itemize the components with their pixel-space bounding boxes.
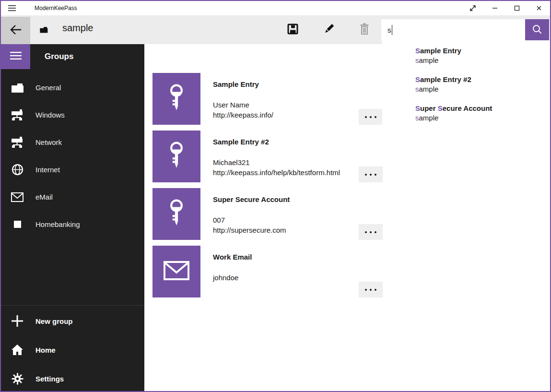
suggestion-group: sample: [415, 56, 550, 65]
sidebar-divider: [1, 305, 144, 306]
database-title: sample: [62, 23, 93, 34]
titlebar: ModernKeePass: [1, 1, 550, 15]
back-arrow-icon: [10, 24, 22, 38]
entry-title: Sample Entry #2: [213, 137, 340, 147]
entry-row-work-email[interactable]: Work Email johndoe: [152, 246, 421, 297]
database-folder-icon: [39, 26, 48, 36]
entry-more-button[interactable]: [359, 166, 383, 182]
entry-title: Sample Entry: [213, 80, 273, 89]
back-button[interactable]: [1, 17, 30, 44]
new-group-button[interactable]: New group: [1, 307, 144, 335]
nav-toggle-button[interactable]: [1, 44, 30, 69]
entry-row-super-secure-account[interactable]: Super Secure Account 007 http://supersec…: [152, 188, 421, 240]
square-icon: [11, 221, 24, 228]
close-button[interactable]: [528, 1, 550, 15]
search-input[interactable]: [381, 19, 525, 41]
sidebar-item-label: Network: [35, 138, 62, 146]
hamburger-icon[interactable]: [8, 5, 16, 12]
sidebar-item-label: Windows: [35, 111, 65, 119]
entry-title: Work Email: [213, 252, 252, 262]
minimize-button[interactable]: [484, 1, 506, 15]
pencil-icon: [323, 23, 335, 36]
maximize-button[interactable]: [506, 1, 528, 15]
entry-text: Work Email johndoe: [213, 246, 252, 283]
search-box: [381, 19, 525, 41]
suggestion-item[interactable]: Sample Entry #2 sample: [382, 75, 550, 104]
home-icon: [11, 344, 24, 356]
globe-icon: [11, 164, 24, 176]
entry-tile: [152, 246, 200, 297]
home-button[interactable]: Home: [1, 335, 144, 364]
footer-item-label: Home: [35, 346, 56, 354]
delete-button[interactable]: [353, 18, 376, 41]
network-icon: [11, 137, 24, 148]
entry-url: http://keepass.info/: [213, 110, 273, 120]
window-controls: [462, 1, 550, 15]
suggestion-group: sample: [415, 84, 550, 94]
folder-icon: [11, 82, 24, 94]
sidebar-item-general[interactable]: General: [1, 74, 144, 101]
app-bar: sample: [1, 15, 550, 44]
footer-item-label: Settings: [35, 375, 64, 383]
entry-more-button[interactable]: [359, 109, 383, 125]
entry-text: Sample Entry User Name http://keepass.in…: [213, 73, 273, 120]
entry-row-sample-entry-2[interactable]: Sample Entry #2 Michael321 http://keepas…: [152, 131, 421, 182]
search-suggestions: Sample Entry sample Sample Entry #2 samp…: [382, 40, 550, 140]
entry-more-button[interactable]: [359, 282, 383, 297]
save-button[interactable]: [281, 18, 304, 41]
suggestion-item[interactable]: Super Secure Account sample: [382, 104, 550, 132]
sidebar-footer: New group Home Settings: [1, 307, 144, 392]
trash-icon: [360, 23, 369, 36]
magnifier-icon: [532, 24, 542, 36]
entry-tile: [152, 131, 200, 182]
sidebar-item-label: Homebanking: [35, 220, 80, 228]
app-title: ModernKeePass: [35, 1, 77, 15]
network-icon: [11, 109, 24, 121]
key-icon: [165, 199, 188, 229]
entry-username: User Name: [213, 100, 273, 110]
envelope-icon: [11, 192, 24, 202]
suggestion-group: sample: [415, 113, 550, 123]
sidebar-item-label: eMail: [35, 193, 53, 201]
group-list: General Windows Network Internet: [1, 74, 144, 238]
save-icon: [287, 24, 298, 36]
envelope-icon: [164, 261, 189, 282]
sidebar-item-homebanking[interactable]: Homebanking: [1, 211, 144, 238]
groups-heading: Groups: [45, 44, 73, 69]
entry-username: Michael321: [213, 157, 340, 167]
search-button[interactable]: [525, 19, 549, 41]
sidebar-item-email[interactable]: eMail: [1, 183, 144, 211]
entry-username: johndoe: [213, 273, 252, 283]
text-cursor: [392, 25, 392, 35]
entry-text: Super Secure Account 007 http://supersec…: [213, 188, 290, 235]
suggestion-item[interactable]: Sample Entry sample: [382, 46, 550, 75]
hamburger-icon: [10, 51, 22, 62]
plus-icon: [11, 315, 24, 327]
entry-url: http://keepass.info/help/kb/testform.htm…: [213, 167, 340, 178]
entry-url: http://supersecure.com: [213, 225, 290, 235]
suggestion-title: Sample Entry #2: [415, 75, 550, 84]
suggestion-title: Sample Entry: [415, 46, 550, 56]
suggestion-title: Super Secure Account: [415, 104, 550, 113]
settings-button[interactable]: Settings: [1, 364, 144, 392]
entry-more-button[interactable]: [359, 224, 383, 240]
entry-text: Sample Entry #2 Michael321 http://keepas…: [213, 131, 340, 178]
entry-tile: [152, 73, 200, 125]
entry-username: 007: [213, 215, 290, 225]
edit-button[interactable]: [317, 18, 340, 41]
app-window: ModernKeePass sample: [0, 0, 551, 392]
entry-tile: [152, 188, 200, 240]
sidebar-item-windows[interactable]: Windows: [1, 101, 144, 129]
entry-row-sample-entry[interactable]: Sample Entry User Name http://keepass.in…: [152, 73, 421, 125]
sidebar-item-label: Internet: [35, 166, 60, 174]
footer-item-label: New group: [35, 317, 73, 325]
sidebar-item-internet[interactable]: Internet: [1, 156, 144, 183]
key-icon: [165, 83, 188, 114]
gear-icon: [11, 373, 24, 385]
sidebar-item-network[interactable]: Network: [1, 129, 144, 156]
fullscreen-button[interactable]: [462, 1, 484, 15]
entry-title: Super Secure Account: [213, 195, 290, 204]
sidebar: Groups General Windows Network: [1, 44, 144, 391]
key-icon: [165, 141, 188, 172]
sidebar-item-label: General: [35, 83, 61, 92]
